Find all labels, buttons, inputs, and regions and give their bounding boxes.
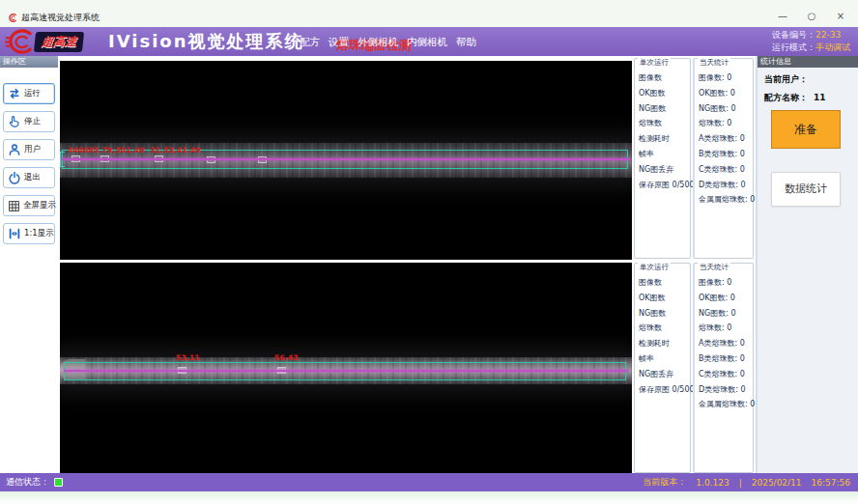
- status-bar: 通信状态： 当前版本： 1.0.123 | 2025/02/11 16:57:5…: [0, 473, 858, 491]
- recipe-label: 配方名称：: [764, 93, 808, 102]
- main-menu: 配方设置外侧相机内侧相机帮助: [300, 36, 476, 49]
- stat-row: 图像数: [639, 70, 690, 86]
- status-separator: |: [739, 478, 742, 488]
- stats-section-outer: 单次运行 图像数OK图数NG图数熔珠数检测耗时帧率NG图丢弃保存原图 0/500…: [634, 58, 756, 259]
- minimize-button[interactable]: —: [775, 10, 790, 23]
- stat-row: OK图数: 0: [699, 291, 753, 306]
- comm-status-indicator: [54, 478, 63, 487]
- single-run-title: 单次运行: [638, 263, 671, 271]
- stat-row: B类熔珠数: 0: [699, 351, 753, 367]
- stats-area: 单次运行 图像数OK图数NG图数熔珠数检测耗时帧率NG图丢弃保存原图 0/500…: [634, 56, 756, 473]
- stat-row: 图像数: 0: [699, 70, 753, 86]
- measurement-annotation: 440685.79,501.49 31.53,41.49: [68, 146, 201, 154]
- close-button[interactable]: ×: [833, 10, 848, 23]
- menu-item[interactable]: 外侧相机: [358, 36, 398, 49]
- stat-row: NG图数: 0: [699, 306, 753, 322]
- camera-view-inner: 53.11 56.43: [60, 263, 632, 473]
- stat-row: 金属屑熔珠数: 0: [699, 192, 753, 208]
- power-icon: [8, 171, 21, 184]
- menu-item[interactable]: 设置: [329, 36, 349, 49]
- app-logo-icon: [7, 13, 17, 23]
- camera-area: 440685.79,501.49 31.53,41.49 53.11 56.43: [58, 56, 634, 473]
- single-run-group: 单次运行 图像数OK图数NG图数熔珠数检测耗时帧率NG图丢弃保存原图 0/500: [634, 58, 691, 259]
- fullscreen-grid-icon: [8, 200, 20, 212]
- operation-sidebar: 操作区 运行 停止 用户 退出: [0, 56, 58, 473]
- stop-button-label: 停止: [24, 116, 41, 127]
- app-window: 超高速视觉处理系统 — ○ × 超高速 IVision视觉处理系统 熔珠端面检测…: [0, 0, 858, 504]
- header-info: 设备编号：22-33 运行模式：手动调试: [772, 29, 850, 54]
- fullscreen-button[interactable]: 全屏显示: [3, 195, 55, 216]
- stat-row: 保存原图 0/500: [639, 178, 690, 193]
- stat-row: 熔珠数: 0: [699, 321, 753, 336]
- device-label: 设备编号：: [772, 30, 815, 40]
- measurement-label: 56.43: [274, 353, 299, 362]
- stat-row: 帧率: [639, 351, 690, 367]
- laser-line: [62, 158, 630, 160]
- camera-view-outer: 440685.79,501.49 31.53,41.49: [60, 61, 632, 260]
- app-title: IVision视觉处理系统: [108, 30, 304, 53]
- window-title: 超高速视觉处理系统: [21, 12, 100, 24]
- one-to-one-icon: [8, 227, 21, 240]
- daily-stats-title: 当天统计: [698, 58, 730, 67]
- sidebar-title: 操作区: [0, 56, 58, 68]
- version-value: 1.0.123: [696, 478, 729, 488]
- one-to-one-button-label: 1:1显示: [24, 228, 54, 239]
- stat-row: 熔珠数: [639, 321, 690, 336]
- stop-button[interactable]: 停止: [3, 111, 55, 132]
- window-bottom-edge: [0, 491, 858, 504]
- stat-row: 帧率: [639, 147, 690, 162]
- one-to-one-button[interactable]: 1:1显示: [3, 223, 55, 244]
- maximize-button[interactable]: ○: [804, 10, 819, 23]
- user-button-label: 用户: [24, 144, 41, 155]
- stat-row: 图像数: 0: [699, 275, 753, 291]
- stats-section-inner: 单次运行 图像数OK图数NG图数熔珠数检测耗时帧率NG图丢弃保存原图 0/500…: [634, 263, 756, 473]
- stat-row: 熔珠数: 0: [699, 116, 753, 131]
- daily-stats-group: 当天统计 图像数: 0OK图数: 0NG图数: 0熔珠数: 0A类熔珠数: 0B…: [693, 58, 754, 259]
- single-run-title: 单次运行: [638, 58, 671, 67]
- info-panel-title: 统计信息: [758, 56, 858, 68]
- menu-item[interactable]: 帮助: [456, 36, 476, 49]
- stat-row: NG图丢弃: [639, 162, 690, 178]
- exit-button-label: 退出: [24, 172, 41, 183]
- menu-item[interactable]: 配方: [300, 36, 320, 49]
- mode-label: 运行模式：: [772, 42, 815, 52]
- stat-row: B类熔珠数: 0: [699, 147, 753, 162]
- run-button-label: 运行: [24, 88, 41, 99]
- stat-row: NG图数: 0: [699, 101, 753, 117]
- daily-stats-title: 当天统计: [698, 263, 730, 271]
- run-button[interactable]: 运行: [3, 83, 55, 104]
- prepare-button[interactable]: 准备: [771, 110, 841, 149]
- stat-row: 熔珠数: [639, 116, 690, 131]
- stat-row: NG图数: [639, 101, 690, 117]
- mode-value: 手动调试: [815, 42, 850, 52]
- hand-pointer-icon: [8, 115, 21, 128]
- single-run-group: 单次运行 图像数OK图数NG图数熔珠数检测耗时帧率NG图丢弃保存原图 0/500: [634, 263, 691, 473]
- menu-item[interactable]: 内侧相机: [407, 36, 447, 49]
- daily-stats-group: 当天统计 图像数: 0OK图数: 0NG图数: 0熔珠数: 0A类熔珠数: 0B…: [693, 263, 754, 473]
- app-header: 超高速 IVision视觉处理系统 熔珠端面检测 配方设置外侧相机内侧相机帮助 …: [0, 27, 858, 56]
- stat-row: D类熔珠数: 0: [699, 382, 753, 398]
- brand-badge: 超高速: [34, 32, 84, 52]
- current-user-label: 当前用户：: [764, 74, 808, 84]
- data-stats-button[interactable]: 数据统计: [771, 172, 841, 207]
- run-arrows-icon: [8, 87, 21, 100]
- stat-row: 金属屑熔珠数: 0: [699, 397, 753, 412]
- status-date: 2025/02/11: [752, 478, 802, 488]
- edge-marker: [60, 152, 65, 167]
- exit-button[interactable]: 退出: [3, 167, 55, 188]
- measurement-label: 53.11: [176, 353, 200, 362]
- info-panel: 统计信息 当前用户： 配方名称：11 准备 数据统计: [756, 56, 858, 473]
- stat-row: NG图丢弃: [639, 367, 690, 382]
- stat-row: C类熔珠数: 0: [699, 367, 753, 382]
- stat-row: 检测耗时: [639, 131, 690, 147]
- stat-row: C类熔珠数: 0: [699, 162, 753, 178]
- version-label: 当前版本：: [643, 476, 686, 489]
- stat-row: NG图数: [639, 306, 690, 322]
- user-button[interactable]: 用户: [3, 139, 55, 160]
- stat-row: A类熔珠数: 0: [699, 131, 753, 147]
- user-icon: [8, 143, 21, 156]
- stat-row: D类熔珠数: 0: [699, 178, 753, 193]
- brand-swirl-icon: [2, 28, 35, 55]
- fullscreen-button-label: 全屏显示: [23, 200, 56, 211]
- stat-row: 保存原图 0/500: [639, 382, 690, 398]
